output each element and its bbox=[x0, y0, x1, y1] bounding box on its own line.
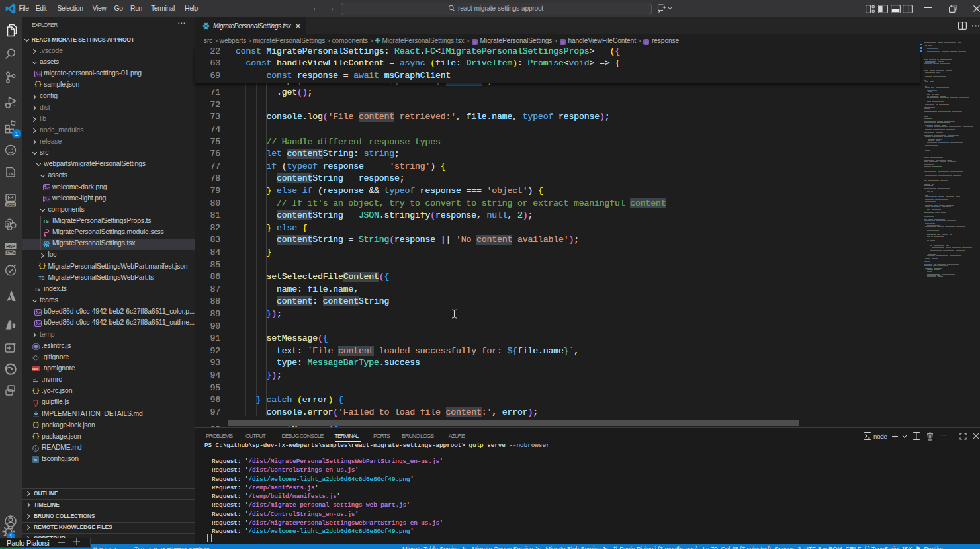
svg-text:S: S bbox=[7, 222, 9, 226]
svg-text:SPPx: SPPx bbox=[7, 251, 15, 255]
svg-text:PnP: PnP bbox=[6, 244, 15, 249]
svg-text:M365: M365 bbox=[7, 202, 15, 206]
svg-text:LOG: LOG bbox=[7, 172, 15, 176]
